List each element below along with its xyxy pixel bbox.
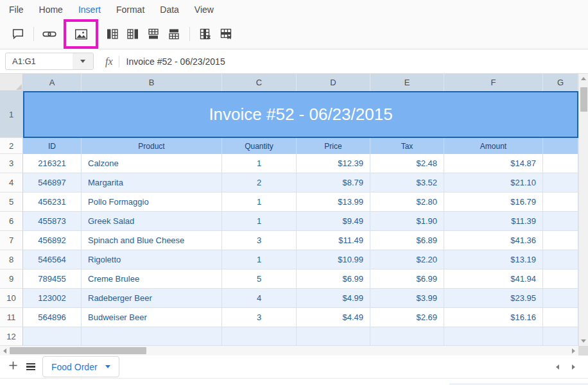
column-header-E[interactable]: E	[370, 74, 444, 91]
sheet-tab-food-order[interactable]: Food Order	[42, 356, 119, 377]
scroll-right-icon[interactable]	[569, 346, 578, 355]
cell-amount[interactable]: $11.39	[444, 212, 543, 231]
row-header-3[interactable]: 3	[0, 154, 23, 173]
header-cell-price[interactable]: Price	[297, 138, 370, 154]
cell-g[interactable]	[543, 289, 578, 308]
comment-button[interactable]	[9, 25, 27, 43]
select-all-button[interactable]	[0, 74, 23, 91]
column-header-G[interactable]: G	[543, 74, 578, 91]
cell-amount[interactable]: $16.79	[444, 193, 543, 212]
column-header-B[interactable]: B	[82, 74, 222, 91]
insert-row-below-button[interactable]	[165, 25, 183, 43]
cell-product[interactable]	[82, 327, 222, 346]
add-sheet-button[interactable]	[6, 360, 20, 374]
hyperlink-button[interactable]	[40, 25, 58, 43]
cell-g[interactable]	[543, 308, 578, 327]
scroll-up-icon[interactable]	[579, 74, 588, 83]
header-cell-product[interactable]: Product	[82, 138, 222, 154]
scroll-left-icon[interactable]	[0, 346, 10, 355]
cell-quantity[interactable]: 4	[222, 289, 297, 308]
cell-amount[interactable]: $41.36	[444, 231, 543, 250]
row-header-5[interactable]: 5	[0, 193, 23, 212]
cell-product[interactable]: Margarita	[82, 173, 222, 193]
cell-amount[interactable]	[444, 327, 543, 346]
cell-product[interactable]: Budweiser Beer	[82, 308, 222, 327]
name-box[interactable]: A1:G1	[5, 53, 94, 70]
cell-product[interactable]: Rigoletto	[82, 250, 222, 270]
cell-price[interactable]: $9.49	[297, 212, 370, 231]
cell-amount[interactable]: $14.87	[444, 154, 543, 173]
cell-id[interactable]: 456892	[23, 231, 82, 250]
cell-g[interactable]	[543, 173, 578, 193]
cell-id[interactable]: 546897	[23, 173, 82, 193]
cell-tax[interactable]: $2.48	[370, 154, 444, 173]
cell-id[interactable]: 456231	[23, 193, 82, 212]
cell-tax[interactable]: $3.52	[370, 173, 444, 193]
header-cell-quantity[interactable]: Quantity	[222, 138, 297, 154]
cell-quantity[interactable]: 3	[222, 231, 297, 250]
cell-quantity[interactable]: 1	[222, 250, 297, 270]
header-cell-amount[interactable]: Amount	[444, 138, 543, 154]
sheet-menu-button[interactable]	[24, 360, 38, 374]
row-header-11[interactable]: 11	[0, 308, 23, 327]
column-header-C[interactable]: C	[222, 74, 297, 91]
cell-price[interactable]: $4.99	[297, 289, 370, 308]
cell-amount[interactable]: $41.94	[444, 270, 543, 289]
cell-tax[interactable]: $1.90	[370, 212, 444, 231]
row-header-1[interactable]: 1	[0, 91, 23, 138]
cell-id[interactable]: 564896	[23, 308, 82, 327]
cell-product[interactable]: Calzone	[82, 154, 222, 173]
cell-g[interactable]	[543, 250, 578, 270]
sheet-nav-right-icon[interactable]	[572, 364, 575, 370]
delete-row-button[interactable]	[217, 25, 235, 43]
row-header-7[interactable]: 7	[0, 231, 23, 250]
cell-amount[interactable]: $23.95	[444, 289, 543, 308]
sheet-nav-left-icon[interactable]	[556, 364, 559, 370]
menu-item-home[interactable]: Home	[39, 4, 63, 15]
cell-g[interactable]	[543, 231, 578, 250]
cell-product[interactable]: Creme Brulee	[82, 270, 222, 289]
header-cell-tax[interactable]: Tax	[370, 138, 444, 154]
row-header-4[interactable]: 4	[0, 173, 23, 193]
cell-price[interactable]: $11.49	[297, 231, 370, 250]
column-header-F[interactable]: F	[444, 74, 543, 91]
row-header-2[interactable]: 2	[0, 138, 23, 154]
cell-tax[interactable]: $2.69	[370, 308, 444, 327]
cell-price[interactable]: $8.79	[297, 173, 370, 193]
name-box-dropdown[interactable]	[73, 53, 93, 69]
cell-id[interactable]: 455873	[23, 212, 82, 231]
menu-item-data[interactable]: Data	[160, 4, 179, 15]
row-header-12[interactable]: 12	[0, 327, 23, 346]
cell-price[interactable]: $10.99	[297, 250, 370, 270]
cell-id[interactable]: 789455	[23, 270, 82, 289]
cell-product[interactable]: Spinach and Blue Cheese	[82, 231, 222, 250]
cell-quantity[interactable]: 1	[222, 154, 297, 173]
cell-amount[interactable]: $16.16	[444, 308, 543, 327]
merged-title-cell[interactable]: Invoice #52 - 06/23/2015	[23, 91, 578, 138]
insert-row-above-button[interactable]	[144, 25, 162, 43]
header-cell-g[interactable]	[543, 138, 578, 154]
sheet-tab-dropdown-icon[interactable]	[105, 365, 110, 368]
cell-quantity[interactable]: 3	[222, 308, 297, 327]
formula-input[interactable]: Invoice #52 - 06/23/2015	[126, 56, 225, 67]
cell-tax[interactable]: $6.89	[370, 231, 444, 250]
column-header-D[interactable]: D	[297, 74, 370, 91]
cell-quantity[interactable]: 5	[222, 270, 297, 289]
cell-tax[interactable]: $2.80	[370, 193, 444, 212]
cell-product[interactable]: Pollo Formaggio	[82, 193, 222, 212]
cell-price[interactable]: $4.49	[297, 308, 370, 327]
cell-id[interactable]: 216321	[23, 154, 82, 173]
row-header-9[interactable]: 9	[0, 270, 23, 289]
vertical-scrollbar-thumb[interactable]	[580, 87, 587, 112]
cell-g[interactable]	[543, 270, 578, 289]
column-header-A[interactable]: A	[23, 74, 82, 91]
insert-column-right-button[interactable]	[124, 25, 142, 43]
cell-tax[interactable]	[370, 327, 444, 346]
name-box-value[interactable]: A1:G1	[6, 53, 73, 69]
cell-amount[interactable]: $13.19	[444, 250, 543, 270]
cell-id[interactable]	[23, 327, 82, 346]
cell-quantity[interactable]: 1	[222, 193, 297, 212]
cell-price[interactable]	[297, 327, 370, 346]
menu-item-insert[interactable]: Insert	[78, 4, 101, 15]
cell-g[interactable]	[543, 154, 578, 173]
